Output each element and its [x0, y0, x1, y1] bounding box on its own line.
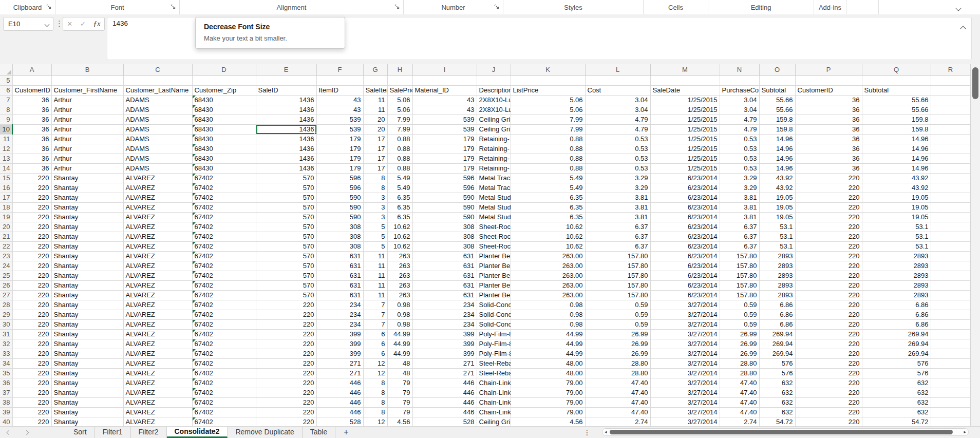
cell-G17[interactable]: 3 [363, 193, 387, 202]
cell-D7[interactable]: 68430 [192, 95, 256, 105]
cell-M30[interactable]: 3/27/2014 [650, 319, 720, 329]
cell-D24[interactable]: 67402 [192, 261, 256, 271]
cell-C5[interactable] [123, 75, 192, 85]
cell-E9[interactable]: 1436 [256, 115, 316, 124]
cell-M15[interactable]: 6/23/2014 [650, 173, 720, 183]
cell-H21[interactable]: 10.62 [387, 232, 412, 241]
scroll-left-icon[interactable]: ◂ [605, 429, 607, 435]
cell-N30[interactable]: 0.59 [720, 319, 759, 329]
cell-C21[interactable]: ALVAREZ [123, 232, 192, 241]
cell-O40[interactable]: 54.72 [759, 417, 795, 426]
cell-F31[interactable]: 399 [316, 329, 363, 339]
cell-E18[interactable]: 570 [256, 202, 316, 212]
cell-P7[interactable]: 36 [795, 95, 862, 105]
cell-H24[interactable]: 263 [387, 261, 412, 271]
cell-Q14[interactable]: 14.96 [862, 163, 931, 173]
cell-N36[interactable]: 47.40 [720, 378, 759, 388]
cell-B22[interactable]: Shantay [51, 241, 123, 251]
cell-N25[interactable]: 157.80 [720, 271, 759, 280]
cell-G7[interactable]: 11 [363, 95, 387, 105]
cell-R35[interactable] [931, 368, 970, 378]
cell-H20[interactable]: 10.62 [387, 222, 412, 232]
cell-O17[interactable]: 19.05 [759, 193, 795, 202]
cell-B26[interactable]: Shantay [51, 280, 123, 290]
row-header-30[interactable]: 30 [0, 319, 12, 329]
cell-Q27[interactable]: 2893 [862, 290, 931, 300]
cell-D5[interactable] [192, 75, 256, 85]
cell-Q7[interactable]: 55.66 [862, 95, 931, 105]
cell-L9[interactable]: 4.79 [585, 115, 650, 124]
cell-R14[interactable] [931, 163, 970, 173]
cell-N17[interactable]: 3.81 [720, 193, 759, 202]
cell-A15[interactable]: 220 [12, 173, 51, 183]
cell-M17[interactable]: 6/23/2014 [650, 193, 720, 202]
cell-I20[interactable]: 308 [412, 222, 477, 232]
cell-F32[interactable]: 399 [316, 339, 363, 349]
cell-H25[interactable]: 263 [387, 271, 412, 280]
cell-B18[interactable]: Shantay [51, 202, 123, 212]
cell-I37[interactable]: 446 [412, 388, 477, 397]
cell-N35[interactable]: 28.80 [720, 368, 759, 378]
cell-H27[interactable]: 263 [387, 290, 412, 300]
cell-E22[interactable]: 570 [256, 241, 316, 251]
cell-G27[interactable]: 11 [363, 290, 387, 300]
cell-R18[interactable] [931, 202, 970, 212]
row-header-23[interactable]: 23 [0, 251, 12, 261]
cell-G10[interactable]: 20 [363, 124, 387, 134]
cell-Q26[interactable]: 2893 [862, 280, 931, 290]
name-box[interactable]: E10 [3, 17, 53, 31]
cell-O14[interactable]: 14.96 [759, 163, 795, 173]
cell-P27[interactable]: 220 [795, 290, 862, 300]
scroll-right-icon[interactable]: ▸ [964, 429, 966, 435]
row-header-39[interactable]: 39 [0, 407, 12, 417]
cell-E39[interactable]: 220 [256, 407, 316, 417]
row-header-8[interactable]: 8 [0, 105, 12, 115]
cell-J25[interactable]: Planter Be [477, 271, 511, 280]
cell-C6[interactable]: Customer_LastName [123, 85, 192, 95]
cell-G37[interactable]: 8 [363, 388, 387, 397]
cell-F6[interactable]: ItemID [316, 85, 363, 95]
cell-Q21[interactable]: 53.1 [862, 232, 931, 241]
cell-H28[interactable]: 0.98 [387, 300, 412, 310]
row-header-35[interactable]: 35 [0, 368, 12, 378]
cell-H12[interactable]: 0.88 [387, 144, 412, 154]
cell-N5[interactable] [720, 75, 759, 85]
cell-N31[interactable]: 26.99 [720, 329, 759, 339]
cell-R23[interactable] [931, 251, 970, 261]
cell-C33[interactable]: ALVAREZ [123, 349, 192, 358]
cell-M32[interactable]: 3/27/2014 [650, 339, 720, 349]
cell-B10[interactable]: Arthur [51, 124, 123, 134]
cell-P39[interactable]: 220 [795, 407, 862, 417]
ribbon-collapse-button[interactable] [956, 3, 966, 11]
cell-M40[interactable]: 3/27/2014 [650, 417, 720, 426]
cell-E28[interactable]: 220 [256, 300, 316, 310]
cell-N26[interactable]: 157.80 [720, 280, 759, 290]
cell-A21[interactable]: 220 [12, 232, 51, 241]
cell-P18[interactable]: 220 [795, 202, 862, 212]
cell-I30[interactable]: 234 [412, 319, 477, 329]
cell-B28[interactable]: Shantay [51, 300, 123, 310]
cell-E35[interactable]: 220 [256, 368, 316, 378]
cell-K5[interactable] [511, 75, 585, 85]
cell-R6[interactable] [931, 85, 970, 95]
cell-E29[interactable]: 220 [256, 310, 316, 319]
cell-F27[interactable]: 631 [316, 290, 363, 300]
cell-I13[interactable]: 179 [412, 154, 477, 163]
cell-D28[interactable]: 67402 [192, 300, 256, 310]
cell-Q32[interactable]: 269.94 [862, 339, 931, 349]
cell-B12[interactable]: Arthur [51, 144, 123, 154]
cell-B38[interactable]: Shantay [51, 397, 123, 407]
cell-G31[interactable]: 6 [363, 329, 387, 339]
cell-D26[interactable]: 67402 [192, 280, 256, 290]
cell-P35[interactable]: 220 [795, 368, 862, 378]
row-header-26[interactable]: 26 [0, 280, 12, 290]
cell-D37[interactable]: 67402 [192, 388, 256, 397]
cell-R8[interactable] [931, 105, 970, 115]
cell-F7[interactable]: 43 [316, 95, 363, 105]
cell-B23[interactable]: Shantay [51, 251, 123, 261]
row-header-5[interactable]: 5 [0, 75, 12, 85]
row-header-36[interactable]: 36 [0, 378, 12, 388]
cell-N38[interactable]: 47.40 [720, 397, 759, 407]
cell-F37[interactable]: 446 [316, 388, 363, 397]
cell-C12[interactable]: ADAMS [123, 144, 192, 154]
